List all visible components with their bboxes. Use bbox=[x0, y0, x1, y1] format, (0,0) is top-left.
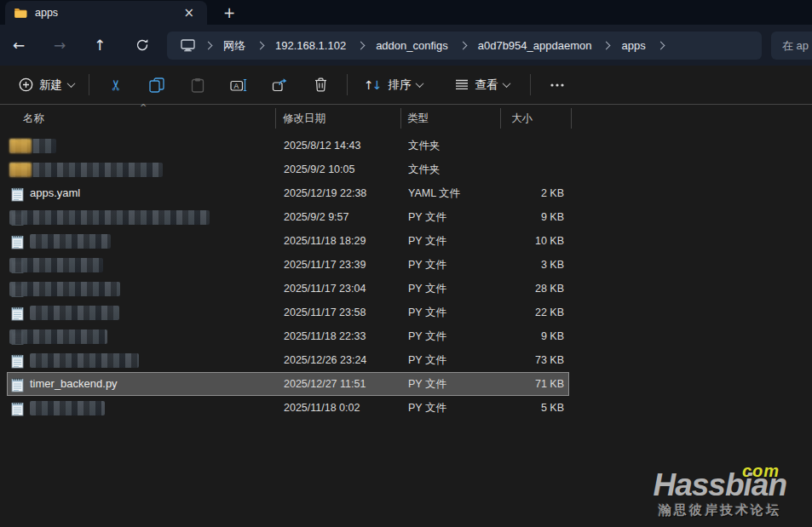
file-size: 3 KB bbox=[468, 254, 564, 276]
file-row[interactable]: 2025/11/17 23:58PY 文件22 KB bbox=[7, 301, 569, 324]
column-name[interactable]: 名称 bbox=[23, 112, 44, 126]
chevron-right-icon bbox=[204, 42, 213, 50]
file-size: 5 KB bbox=[468, 397, 564, 419]
search-placeholder: 在 ap bbox=[782, 38, 809, 54]
cut-button[interactable]: ✂ bbox=[95, 70, 136, 100]
redacted-file-name bbox=[30, 234, 111, 249]
file-row[interactable]: 2025/9/2 10:05文件夹 bbox=[7, 158, 569, 181]
file-type: PY 文件 bbox=[408, 349, 446, 371]
breadcrumb[interactable]: 网络192.168.1.102addon_configsa0d7b954_app… bbox=[167, 32, 762, 60]
search-input[interactable]: 在 ap bbox=[771, 32, 812, 60]
redacted-file-name bbox=[30, 353, 139, 368]
file-type: PY 文件 bbox=[408, 301, 446, 324]
delete-button[interactable] bbox=[300, 70, 341, 100]
file-type: PY 文件 bbox=[408, 397, 446, 419]
file-type: PY 文件 bbox=[408, 230, 446, 252]
file-row[interactable]: 2025/11/18 22:33PY 文件9 KB bbox=[7, 324, 569, 348]
chevron-down-icon bbox=[503, 79, 511, 88]
refresh-button[interactable] bbox=[128, 31, 157, 60]
column-divider[interactable] bbox=[500, 108, 501, 129]
breadcrumb-segment-网络[interactable]: 网络 bbox=[218, 36, 251, 56]
close-tab-icon[interactable]: × bbox=[179, 6, 199, 20]
file-size: 28 KB bbox=[468, 278, 564, 300]
sort-arrows-icon: ↑↓ bbox=[364, 77, 382, 93]
file-date: 2025/12/19 22:38 bbox=[284, 182, 366, 204]
file-size: 10 KB bbox=[468, 230, 564, 252]
chevron-down-icon bbox=[67, 79, 76, 88]
tab-title: apps bbox=[35, 7, 58, 19]
command-toolbar: 新建 ✂ A bbox=[0, 66, 812, 105]
file-row[interactable]: 2025/11/17 23:39PY 文件3 KB bbox=[7, 253, 569, 277]
file-icon bbox=[11, 353, 27, 369]
file-icon bbox=[11, 377, 27, 392]
redacted-file-name bbox=[9, 139, 56, 153]
file-type: PY 文件 bbox=[408, 254, 446, 276]
breadcrumb-segment-addon_configs[interactable]: addon_configs bbox=[371, 37, 453, 54]
file-row[interactable]: 2025/11/18 0:02PY 文件5 KB bbox=[7, 396, 569, 420]
back-button[interactable]: ← bbox=[4, 31, 33, 60]
column-divider[interactable] bbox=[571, 108, 572, 129]
column-header-row: ^ 名称 修改日期 类型 大小 bbox=[0, 106, 812, 131]
file-date: 2025/8/12 14:43 bbox=[284, 135, 360, 157]
tab-apps[interactable]: apps × bbox=[5, 1, 207, 25]
redacted-file-name bbox=[9, 282, 120, 296]
file-row[interactable]: 2025/8/12 14:43文件夹 bbox=[7, 134, 569, 158]
file-icon bbox=[11, 306, 27, 321]
redacted-file-name bbox=[9, 329, 107, 344]
file-type: PY 文件 bbox=[408, 325, 446, 347]
column-size[interactable]: 大小 bbox=[511, 112, 533, 126]
file-row[interactable]: 2025/11/18 18:29PY 文件10 KB bbox=[7, 229, 569, 253]
up-button[interactable]: ↑ bbox=[85, 31, 114, 60]
column-date[interactable]: 修改日期 bbox=[283, 112, 325, 126]
forward-button: → bbox=[45, 31, 74, 60]
column-type[interactable]: 类型 bbox=[407, 112, 429, 126]
copy-button[interactable] bbox=[136, 70, 177, 100]
trash-icon bbox=[314, 77, 327, 92]
file-size: 73 KB bbox=[468, 349, 564, 371]
file-row[interactable]: 2025/12/26 23:24PY 文件73 KB bbox=[7, 348, 569, 372]
file-name: timer_backend.py bbox=[30, 373, 118, 395]
file-size: 71 KB bbox=[468, 373, 564, 395]
file-type: PY 文件 bbox=[408, 373, 446, 395]
file-type: PY 文件 bbox=[408, 278, 446, 300]
view-button[interactable]: 查看 bbox=[445, 70, 520, 100]
sort-ascending-indicator: ^ bbox=[140, 103, 147, 112]
new-button[interactable]: 新建 bbox=[10, 70, 83, 100]
share-button[interactable] bbox=[259, 70, 300, 100]
file-row-apps.yaml[interactable]: apps.yaml2025/12/19 22:38YAML 文件2 KB bbox=[7, 181, 569, 205]
more-options-button[interactable] bbox=[537, 70, 578, 100]
file-row[interactable]: 2025/11/17 23:04PY 文件28 KB bbox=[7, 277, 569, 301]
column-divider[interactable] bbox=[275, 108, 276, 129]
toolbar-divider bbox=[89, 74, 89, 95]
file-date: 2025/12/26 23:24 bbox=[284, 349, 366, 371]
redacted-file-name bbox=[30, 401, 105, 415]
redacted-file-name bbox=[30, 306, 119, 320]
file-date: 2025/11/18 0:02 bbox=[284, 397, 360, 419]
file-row[interactable]: 2025/9/2 9:57PY 文件9 KB bbox=[7, 205, 569, 229]
new-tab-button[interactable]: + bbox=[218, 2, 240, 23]
file-type: 文件夹 bbox=[408, 135, 441, 157]
redacted-file-name bbox=[9, 258, 103, 272]
chevron-right-icon bbox=[656, 42, 665, 50]
column-divider[interactable] bbox=[400, 108, 401, 129]
circle-plus-icon bbox=[19, 77, 33, 92]
file-row-timer_backend.py[interactable]: timer_backend.py2025/12/27 11:51PY 文件71 … bbox=[7, 372, 569, 396]
file-date: 2025/9/2 9:57 bbox=[284, 206, 348, 228]
share-icon bbox=[272, 77, 288, 92]
file-date: 2025/12/27 11:51 bbox=[284, 373, 366, 395]
redacted-file-name bbox=[9, 163, 163, 177]
breadcrumb-segment-192.168.1.102[interactable]: 192.168.1.102 bbox=[270, 37, 351, 54]
redacted-file-name bbox=[9, 210, 210, 225]
breadcrumb-segment-apps[interactable]: apps bbox=[616, 37, 650, 54]
watermark-brand: Hassbian bbox=[653, 467, 786, 503]
breadcrumb-segment-a0d7b954_appdaemon[interactable]: a0d7b954_appdaemon bbox=[473, 37, 597, 54]
file-explorer-window: apps × + ← → ↑ 网络192.168.1.102addon_conf… bbox=[0, 0, 812, 527]
file-date: 2025/11/18 18:29 bbox=[284, 230, 366, 252]
file-type: YAML 文件 bbox=[408, 182, 460, 204]
rename-button[interactable]: A bbox=[218, 70, 259, 100]
rename-icon: A bbox=[230, 77, 247, 93]
sort-button[interactable]: ↑↓ 排序 bbox=[354, 70, 433, 100]
file-type: PY 文件 bbox=[408, 206, 446, 228]
hassbian-watermark: com Hassbian 瀚思彼岸技术论坛 bbox=[613, 461, 800, 524]
new-label: 新建 bbox=[39, 77, 62, 93]
